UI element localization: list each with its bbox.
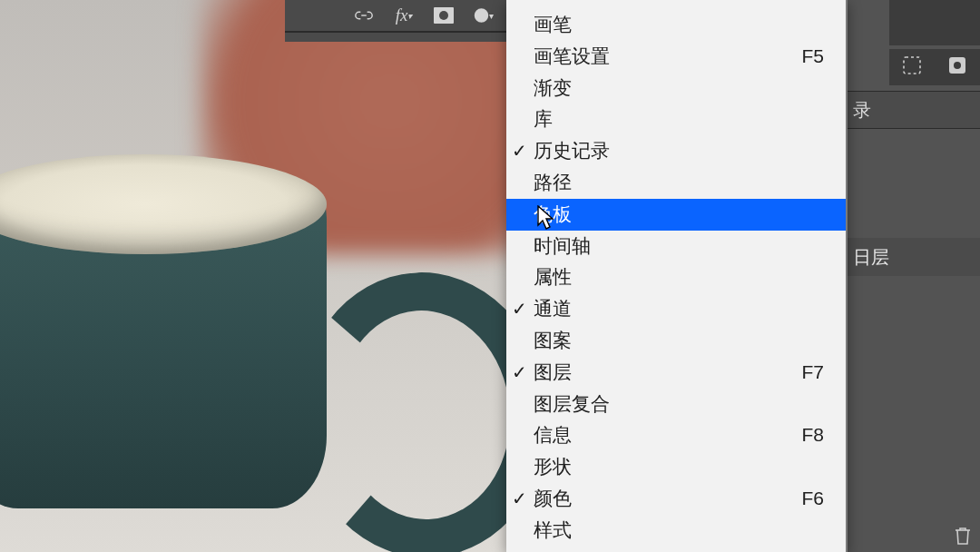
dock-icon-row — [889, 49, 980, 85]
menu-label: 形状 — [534, 456, 572, 477]
menu-item-history[interactable]: ✓ 历史记录 — [506, 135, 846, 167]
menu-item-swatches[interactable]: 色板 — [506, 199, 846, 231]
menu-item-color[interactable]: ✓ 颜色 F6 — [506, 483, 846, 515]
check-icon: ✓ — [512, 483, 527, 515]
menu-item-info[interactable]: 信息 F8 — [506, 419, 846, 451]
menu-item-gradient[interactable]: 渐变 — [506, 73, 846, 104]
check-icon: ✓ — [512, 293, 527, 325]
menu-label: 图案 — [534, 330, 572, 350]
history-panel-tab[interactable]: 录 — [846, 91, 980, 129]
menu-item-channels[interactable]: ✓ 通道 — [506, 293, 846, 325]
menu-label: 图层复合 — [534, 393, 610, 414]
menu-label: 通道 — [534, 298, 572, 319]
trash-icon[interactable] — [953, 525, 973, 550]
menu-shortcut: F6 — [801, 483, 824, 515]
menu-label: 路径 — [534, 172, 572, 192]
menu-label: 历史记录 — [534, 140, 610, 161]
check-icon: ✓ — [512, 357, 527, 389]
window-menu-dropdown: 画笔 画笔设置 F5 渐变 库 ✓ 历史记录 路径 色板 时间轴 属性 ✓ — [506, 0, 848, 552]
panel-drag-handle[interactable] — [285, 33, 506, 42]
menu-shortcut: F5 — [801, 41, 824, 73]
menu-label: 时间轴 — [534, 235, 591, 256]
link-icon[interactable] — [354, 5, 374, 25]
svg-rect-2 — [904, 57, 920, 74]
menu-shortcut: F8 — [801, 419, 824, 451]
panel-row-label: 日层 — [853, 245, 889, 270]
dock-header-dark — [889, 0, 980, 45]
menu-label: 色板 — [534, 203, 572, 224]
menu-label: 库 — [534, 108, 553, 129]
menu-item-layers[interactable]: ✓ 图层 F7 — [506, 357, 846, 389]
menu-label: 画笔 — [534, 14, 572, 34]
menu-item-library[interactable]: 库 — [506, 104, 846, 135]
menu-label: 画笔设置 — [534, 45, 610, 66]
menu-item-patterns[interactable]: 图案 — [506, 325, 846, 357]
canvas-photo — [0, 0, 508, 552]
menu-item-brush-settings[interactable]: 画笔设置 F5 — [506, 41, 846, 73]
menu-label: 信息 — [534, 424, 572, 445]
menu-item-brush[interactable]: 画笔 — [506, 9, 846, 41]
menu-shortcut: F7 — [801, 357, 824, 389]
marquee-icon[interactable] — [902, 55, 922, 79]
fx-icon[interactable]: fx▾ — [394, 5, 414, 25]
right-dock: 录 日层 — [846, 0, 980, 552]
svg-point-5 — [954, 62, 961, 69]
layers-panel-row[interactable]: 日层 — [846, 238, 980, 276]
panel-tab-label: 录 — [853, 98, 871, 123]
mask-icon[interactable] — [434, 5, 454, 25]
app-window: fx▾ ▾ 录 日层 — [0, 0, 980, 552]
menu-item-styles[interactable]: 样式 — [506, 515, 846, 547]
menu-item-properties[interactable]: 属性 — [506, 261, 846, 293]
menu-item-layer-comps[interactable]: 图层复合 — [506, 389, 846, 420]
menu-label: 属性 — [534, 266, 572, 287]
menu-item-paths[interactable]: 路径 — [506, 167, 846, 199]
svg-point-1 — [439, 11, 448, 20]
check-icon: ✓ — [512, 135, 527, 167]
menu-item-shapes[interactable]: 形状 — [506, 451, 846, 483]
menu-item-timeline[interactable]: 时间轴 — [506, 231, 846, 262]
menu-label: 图层 — [534, 361, 572, 382]
adjustment-icon[interactable]: ▾ — [474, 5, 494, 25]
menu-label: 样式 — [534, 519, 572, 540]
menu-label: 渐变 — [534, 77, 572, 98]
fill-icon[interactable] — [947, 55, 967, 79]
menu-label: 颜色 — [534, 488, 572, 508]
layers-panel-toolbar: fx▾ ▾ — [285, 0, 506, 33]
menu-top-edge — [506, 0, 846, 9]
